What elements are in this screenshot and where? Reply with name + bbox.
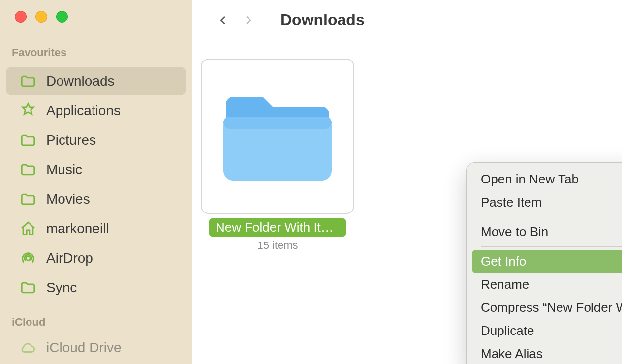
nav-back-button[interactable]	[217, 13, 230, 27]
svg-point-0	[26, 256, 31, 261]
menu-get-info[interactable]: Get Info	[472, 250, 622, 273]
folder-icon	[20, 73, 36, 90]
folder-icon	[20, 161, 36, 178]
airdrop-icon	[20, 250, 36, 267]
sidebar-section-icloud: iCloud	[0, 316, 192, 335]
folder-icon	[20, 279, 36, 296]
sidebar-item-label: Sync	[46, 280, 77, 296]
fullscreen-window-button[interactable]	[56, 11, 68, 23]
sidebar-item-label: Music	[46, 162, 82, 178]
folder-item-name: New Folder With Items	[209, 218, 346, 237]
folder-icon	[20, 132, 36, 149]
finder-sidebar: Favourites Downloads Applications Pictur…	[0, 0, 192, 364]
nav-forward-button[interactable]	[241, 13, 255, 27]
sidebar-item-label: markoneill	[46, 221, 109, 237]
folder-item-subtitle: 15 items	[257, 239, 298, 252]
home-icon	[20, 220, 36, 237]
sidebar-item-label: Applications	[46, 103, 121, 119]
sidebar-item-label: iCloud Drive	[46, 340, 122, 356]
folder-icon	[20, 191, 36, 208]
svg-rect-2	[223, 117, 332, 129]
sidebar-item-downloads[interactable]: Downloads	[6, 67, 186, 95]
menu-paste-item[interactable]: Paste Item	[472, 191, 622, 214]
finder-main: Downloads New Folder With Items 15 items…	[192, 0, 622, 364]
menu-move-to-bin[interactable]: Move to Bin	[472, 220, 622, 243]
sidebar-item-home[interactable]: markoneill	[6, 214, 186, 243]
sidebar-section-favourites: Favourites	[0, 46, 192, 66]
minimize-window-button[interactable]	[35, 11, 47, 23]
window-controls	[0, 11, 192, 23]
menu-duplicate[interactable]: Duplicate	[472, 319, 622, 342]
sidebar-item-airdrop[interactable]: AirDrop	[6, 244, 186, 273]
sidebar-item-label: Pictures	[46, 132, 96, 148]
location-title: Downloads	[280, 11, 365, 29]
sidebar-item-label: Downloads	[46, 73, 115, 89]
folder-icon-large	[201, 59, 354, 214]
sidebar-item-icloud-drive[interactable]: iCloud Drive	[6, 334, 186, 362]
applications-icon	[20, 102, 36, 119]
icloud-icon	[20, 339, 36, 356]
context-menu: Open in New Tab Paste Item Move to Bin G…	[466, 162, 622, 364]
sidebar-item-applications[interactable]: Applications	[6, 96, 186, 125]
sidebar-item-label: AirDrop	[46, 250, 93, 266]
menu-rename[interactable]: Rename	[472, 273, 622, 296]
sidebar-item-pictures[interactable]: Pictures	[6, 126, 186, 154]
menu-open-new-tab[interactable]: Open in New Tab	[472, 168, 622, 191]
sidebar-item-label: Movies	[46, 191, 90, 207]
finder-toolbar: Downloads	[192, 0, 622, 29]
folder-item[interactable]: New Folder With Items 15 items	[201, 59, 354, 252]
sidebar-item-music[interactable]: Music	[6, 155, 186, 184]
sidebar-item-sync[interactable]: Sync	[6, 273, 186, 302]
sidebar-item-movies[interactable]: Movies	[6, 185, 186, 213]
menu-compress[interactable]: Compress “New Folder With Items”	[472, 296, 622, 319]
menu-separator	[481, 217, 622, 217]
menu-separator	[481, 246, 622, 247]
close-window-button[interactable]	[15, 11, 27, 23]
menu-make-alias[interactable]: Make Alias	[472, 342, 622, 364]
